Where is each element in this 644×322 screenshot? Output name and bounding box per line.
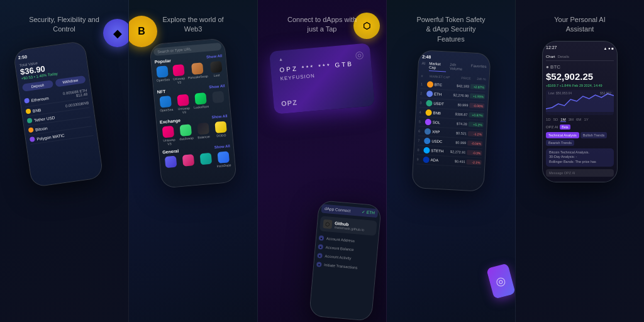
dapp-connect-label: dApp Connect✓ ETH: [321, 204, 378, 218]
ai-badge-row: OPZ AI Beta: [546, 125, 614, 130]
app-uniswap[interactable]: Uniswap V3: [171, 64, 187, 85]
phone-time-1: 2:50: [18, 54, 27, 60]
section-2-subtitle: Explore the world ofWeb3: [162, 15, 223, 35]
phone-mockup-2: Search or Type URL PopularShow All OpenS…: [149, 38, 237, 189]
ai-label: OPZ AI: [546, 125, 558, 129]
perm-text-4: Initiate Transactions: [324, 263, 358, 270]
withdraw-button[interactable]: Withdraw: [54, 75, 86, 87]
tab-market-cap[interactable]: Market Cap: [428, 62, 446, 72]
eth-coin-icon: ◆: [103, 19, 129, 47]
perm-dot-4: ●: [316, 262, 322, 267]
ai-message-box: Bitcoin Technical Analysis. 30-Day Analy…: [546, 148, 614, 167]
nfc-brand: ▲: [279, 50, 362, 61]
perm-text-2: Account Balance: [325, 245, 353, 252]
app-empty: [209, 91, 226, 111]
phone-time-5: 12:27: [546, 45, 557, 50]
nfc-chip-decoration: ◎: [486, 263, 516, 299]
app-nft-opensea[interactable]: OpenSea: [158, 95, 175, 116]
tab-chart[interactable]: Chart: [546, 55, 555, 58]
section-opz-nfc: Connect to dApps withjust a Tap ⬡ ◎ ▲ OP…: [258, 0, 387, 322]
nfc-card: ◎ ▲ OPZ *** *** GTB KEYFUSION OPZ: [269, 43, 375, 114]
app-ex-uniswap[interactable]: Uniswap V3: [160, 125, 177, 146]
app-loot[interactable]: Loot: [209, 60, 225, 81]
github-app-item[interactable]: ⬡ Github metamask.github.io: [319, 216, 377, 236]
app-nft-uniswap[interactable]: Uniswap V3: [175, 94, 192, 114]
section-opz-ai: Your Personal AIAssistant 12:27 ▲ ● ■ Ch…: [516, 0, 644, 322]
search-bar[interactable]: Search or Type URL: [153, 42, 222, 55]
phone-mockup-1: 2:50 Total Value $36.90 +$0.53 • 1.46% T…: [13, 40, 103, 187]
chart-high-label: $52,902: [600, 91, 611, 95]
perm-dot-3: ●: [317, 253, 323, 258]
app-balancer[interactable]: Balancer: [195, 122, 212, 143]
section-1-subtitle: Security, Flexibility andControl: [29, 15, 99, 35]
section-3-subtitle: Connect to dApps withjust a Tap: [287, 15, 357, 35]
app-looksrare[interactable]: LooksRare: [192, 92, 209, 113]
tag-bearish-trends[interactable]: Bearish Trends: [546, 140, 574, 146]
section-secure-safe: Powerful Token Safety& dApp SecurityFeat…: [387, 0, 516, 322]
app-gen3[interactable]: [197, 152, 214, 169]
app-opensea[interactable]: OpenSea: [155, 65, 170, 86]
tab-ai[interactable]: AI: [421, 62, 425, 71]
section-dapp-browser: Explore the world ofWeb3 B Search or Typ…: [129, 0, 258, 322]
phone-signal: ▲ ● ■: [603, 47, 614, 50]
app-gen2[interactable]: [180, 154, 197, 171]
phone-mockup-5: 12:27 ▲ ● ■ Chart Details ● BTC $52,902.…: [542, 41, 618, 182]
ai-coin-label: ● BTC: [546, 64, 614, 70]
chart-period-buttons: 1D5D1M3M6M1Y: [546, 118, 614, 122]
ai-tags-list: Technical Analysis Bullish Trends Bearis…: [546, 132, 614, 146]
section-next-level: Security, Flexibility andControl ◆ 2:50 …: [0, 0, 129, 322]
perm-text-1: Account Address: [326, 236, 355, 243]
perm-dot-1: ●: [319, 235, 325, 241]
tab-favorites[interactable]: Favorites: [470, 64, 486, 74]
nfc-card-logo-icon: ◎: [355, 48, 365, 61]
section-4-subtitle: Powerful Token Safety& dApp SecurityFeat…: [416, 15, 485, 44]
section-5-subtitle: Your Personal AIAssistant: [554, 15, 606, 35]
ai-btc-price: $52,902.25: [546, 71, 614, 82]
ai-beta-badge: Beta: [560, 125, 570, 130]
bnb-coin-icon: B: [129, 16, 157, 47]
phone-mockup-4: 2:48 AI Market Cap 24h Volume Favorites …: [411, 50, 491, 192]
tab-24h-volume[interactable]: 24h Volume: [449, 63, 467, 73]
chart-low-label: Low: $50,953.04: [548, 91, 572, 95]
price-chart: Low: $50,953.04 $52,902: [546, 90, 614, 115]
ai-message-input[interactable]: Message OPZ AI: [546, 169, 614, 177]
ai-price-change: +$169.7 +1.84% Feb 29 2024, 14:49: [546, 84, 614, 87]
app-gen1[interactable]: [163, 155, 180, 172]
phone-mockup-3: dApp Connect✓ ETH ⬡ Github metamask.gith…: [309, 200, 382, 321]
app-pancake[interactable]: PancakeSwap: [187, 62, 209, 84]
app-instadapp[interactable]: InstaDapp: [215, 151, 232, 168]
phone-time-4: 2:48: [422, 55, 487, 62]
app-daa3swap[interactable]: daa3swap: [177, 124, 194, 145]
perm-dot-2: ●: [318, 244, 323, 250]
app-dodo[interactable]: DODO: [213, 121, 230, 142]
nfc-logo-text: OPZ: [281, 98, 298, 107]
deposit-button[interactable]: Deposit: [21, 80, 53, 92]
binance-coin-icon: ⬡: [353, 13, 380, 39]
tag-bullish-trends[interactable]: Bullish Trends: [580, 132, 608, 138]
perm-text-3: Account Activity: [325, 254, 351, 260]
tag-technical-analysis[interactable]: Technical Analysis: [546, 132, 579, 138]
tab-details[interactable]: Details: [558, 55, 569, 58]
